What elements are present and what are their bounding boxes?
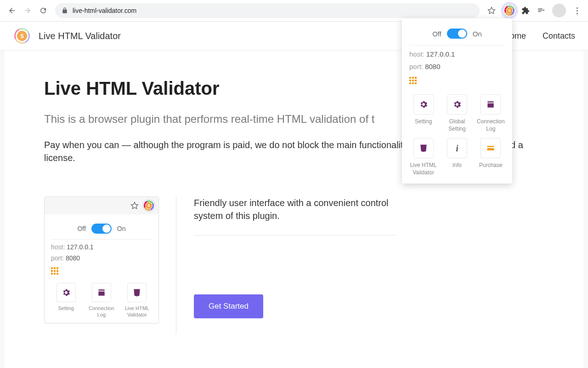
popup-port-line: port: 8080 bbox=[409, 63, 505, 70]
mini-tile-connection-log: Connection Log bbox=[86, 283, 116, 318]
header-nav: Home Contacts bbox=[504, 31, 575, 41]
extension-popup: Off On host: 127.0.0.1 port: 8080 Settin… bbox=[402, 18, 512, 184]
profile-avatar[interactable] bbox=[552, 4, 566, 17]
bookmark-star-icon[interactable] bbox=[485, 4, 498, 17]
popup-tile-info[interactable]: i Info bbox=[443, 138, 471, 176]
url-text: live-html-validator.com bbox=[73, 7, 136, 14]
mini-off-label: Off bbox=[77, 225, 85, 232]
popup-toggle[interactable] bbox=[447, 29, 467, 39]
popup-host-line: host: 127.0.0.1 bbox=[409, 50, 505, 58]
popup-toggle-row: Off On bbox=[409, 26, 505, 46]
tile-label: Info bbox=[443, 162, 471, 169]
lock-icon bbox=[62, 7, 68, 14]
nav-contacts[interactable]: Contacts bbox=[543, 31, 575, 41]
log-icon bbox=[486, 100, 495, 109]
mini-extension-icon: 5 bbox=[144, 201, 154, 211]
browser-menu-icon[interactable] bbox=[571, 7, 582, 14]
info-icon: i bbox=[456, 143, 458, 154]
tile-label: Purchase bbox=[477, 162, 505, 169]
back-button[interactable] bbox=[6, 4, 18, 17]
site-logo[interactable]: 5 bbox=[13, 27, 31, 45]
gear-icon bbox=[419, 100, 428, 109]
popup-tile-global-setting[interactable]: Global Setting bbox=[443, 94, 471, 132]
tile-label: Connection Log bbox=[477, 118, 505, 132]
popup-off-label: Off bbox=[432, 30, 441, 38]
tile-label: Live HTML Validator bbox=[409, 162, 437, 176]
get-started-button[interactable]: Get Started bbox=[194, 294, 263, 318]
gear-icon bbox=[62, 288, 71, 297]
feature-row: 5 Off On host: 127.0.0.1 port: 8080 bbox=[44, 196, 544, 334]
mini-tile-setting: Setting bbox=[51, 283, 81, 318]
grid-icon[interactable] bbox=[409, 77, 505, 84]
extension-icon[interactable]: 5 bbox=[503, 4, 516, 17]
mini-tile-validator: Live HTML Validator bbox=[122, 283, 152, 318]
mini-on-label: On bbox=[117, 225, 126, 232]
tile-label: Global Setting bbox=[443, 118, 471, 132]
mini-host-line: host: 127.0.0.1 bbox=[51, 243, 152, 251]
mini-port-line: port: 8080 bbox=[51, 254, 152, 262]
popup-tile-setting[interactable]: Setting bbox=[409, 94, 437, 132]
star-icon bbox=[130, 201, 139, 210]
forward-button[interactable] bbox=[21, 4, 34, 17]
feature-description: Friendly user interface with a convenien… bbox=[194, 196, 396, 236]
shield-icon bbox=[419, 144, 428, 153]
log-icon bbox=[97, 288, 106, 297]
media-control-icon[interactable] bbox=[535, 4, 548, 17]
extensions-puzzle-icon[interactable] bbox=[519, 4, 532, 17]
mini-toggle bbox=[91, 224, 112, 234]
mini-toggle-row: Off On bbox=[51, 221, 152, 240]
shield-icon bbox=[132, 288, 141, 297]
feature-text: Friendly user interface with a convenien… bbox=[176, 196, 544, 334]
grid-icon bbox=[51, 267, 152, 275]
card-icon bbox=[486, 144, 495, 153]
feature-screenshot: 5 Off On host: 127.0.0.1 port: 8080 bbox=[44, 196, 176, 334]
address-bar[interactable]: live-html-validator.com bbox=[55, 3, 480, 18]
popup-tile-purchase[interactable]: Purchase bbox=[477, 138, 505, 176]
tile-label: Setting bbox=[409, 118, 437, 126]
popup-tile-connection-log[interactable]: Connection Log bbox=[477, 94, 505, 132]
reload-button[interactable] bbox=[37, 4, 50, 17]
popup-tile-validator[interactable]: Live HTML Validator bbox=[409, 138, 437, 176]
gear-icon bbox=[452, 100, 462, 109]
popup-on-label: On bbox=[473, 30, 482, 38]
